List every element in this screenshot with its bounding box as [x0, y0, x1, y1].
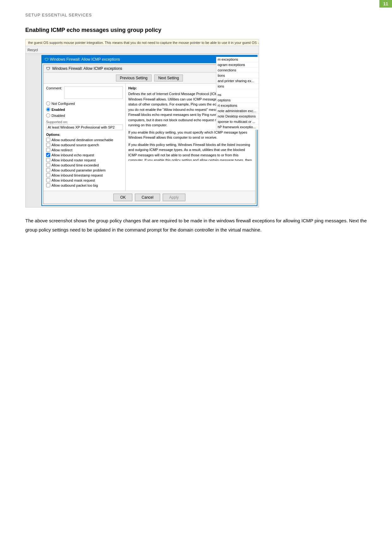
page-number: 11 [379, 0, 392, 8]
right-panel-item: note administration exc... [216, 108, 259, 114]
checkbox-outbound-source: Allow outbound source quench [46, 143, 123, 147]
outer-dialog-title: Windows Firewall: Allow ICMP exceptions [50, 57, 120, 62]
cb-inbound-mask[interactable] [46, 178, 50, 182]
checkbox-outbound-param: Allow outbound parameter problem [46, 168, 123, 172]
checkbox-outbound-packet: Allow outbound packet too big [46, 183, 123, 187]
cb-inbound-router-label: Allow inbound router request [51, 158, 96, 162]
radio-disabled-label: Disabled [51, 114, 65, 117]
checkbox-redirect: Allow redirect [46, 148, 123, 152]
right-panel-item: rt exceptions [216, 103, 259, 108]
apply-button[interactable]: Apply [163, 194, 185, 201]
checkbox-inbound-mask: Allow inbound mask request [46, 178, 123, 182]
help-para-3: If you disable this policy setting, Wind… [128, 142, 253, 161]
dialog-footer: OK Cancel Apply [44, 191, 255, 204]
radio-group: Not Configured Enabled Disabled [46, 101, 123, 117]
comment-label: Comment: [46, 86, 62, 90]
right-panel-item: hP framework exceptio... [216, 124, 259, 130]
cb-inbound-timestamp[interactable] [46, 173, 50, 177]
cb-outbound-destination-label: Allow outbound destination unreachable [51, 138, 113, 142]
right-panel-item: m exceptions [216, 57, 259, 62]
taskbar-row: Recycl [26, 46, 259, 54]
inner-dialog-icon: 🛡 [46, 66, 50, 71]
right-panel-item: ogram exceptions [216, 62, 259, 68]
radio-not-configured-input[interactable] [46, 101, 50, 105]
cb-outbound-param-label: Allow outbound parameter problem [51, 168, 106, 172]
cb-inbound-router[interactable] [46, 158, 50, 162]
cb-redirect[interactable] [46, 148, 50, 152]
right-panel-item: and printer sharing ex... [216, 78, 259, 84]
cb-outbound-packet[interactable] [46, 183, 50, 187]
cb-outbound-source-label: Allow outbound source quench [51, 143, 99, 147]
supported-on-row: Supported on: At least Windows XP Profes… [46, 120, 123, 130]
right-panel-item: note Desktop exceptions [216, 114, 259, 119]
notification-bar: the guest OS supports mouse pointer inte… [26, 39, 259, 46]
checkbox-inbound-timestamp: Allow inbound timestamp request [46, 173, 123, 177]
cb-inbound-mask-label: Allow inbound mask request [51, 178, 95, 182]
screenshot-container: the guest OS supports mouse pointer inte… [25, 39, 259, 208]
cb-outbound-time[interactable] [46, 163, 50, 167]
ok-button[interactable]: OK [113, 194, 132, 201]
radio-not-configured: Not Configured [46, 101, 123, 105]
options-list: Allow outbound destination unreachable A… [46, 138, 123, 187]
supported-value: At least Windows XP Professional with SP… [46, 124, 123, 130]
radio-not-configured-label: Not Configured [51, 102, 75, 105]
checkbox-inbound-echo: Allow inbound echo request [46, 153, 123, 157]
inner-dialog-title: Windows Firewall: Allow ICMP exceptions [52, 66, 122, 71]
right-panel-item: ceptions [216, 98, 259, 103]
radio-disabled-input[interactable] [46, 113, 50, 117]
body-paragraph: The above screenshot shows the group pol… [25, 216, 367, 234]
cb-outbound-param[interactable] [46, 168, 50, 172]
cb-inbound-timestamp-label: Allow inbound timestamp request [51, 173, 103, 177]
supported-label: Supported on: [46, 120, 123, 124]
radio-enabled-input[interactable] [46, 107, 50, 111]
cb-redirect-label: Allow redirect [51, 148, 72, 152]
radio-disabled: Disabled [46, 113, 123, 117]
cb-outbound-packet-label: Allow outbound packet too big [51, 184, 98, 187]
cancel-button[interactable]: Cancel [135, 194, 160, 201]
next-setting-button[interactable]: Next Setting [154, 75, 183, 81]
radio-enabled: Enabled [46, 107, 123, 111]
checkbox-outbound-destination: Allow outbound destination unreachable [46, 138, 123, 142]
right-panel-item: connections [216, 68, 259, 73]
radio-enabled-label: Enabled [51, 108, 65, 111]
previous-setting-button[interactable]: Previous Setting [116, 75, 152, 81]
help-para-2: If you enable this policy setting, you m… [128, 130, 253, 140]
cb-outbound-source[interactable] [46, 143, 50, 147]
right-panel-item: tions [216, 73, 259, 78]
comment-box[interactable] [64, 86, 123, 99]
checkbox-outbound-time: Allow outbound time exceeded [46, 163, 123, 167]
right-panel-item: ions [216, 84, 259, 89]
recycle-bin-label: Recycl [27, 48, 38, 52]
right-sidebar-panel: m exceptions ogram exceptions connection… [216, 57, 259, 130]
cb-outbound-destination[interactable] [46, 138, 50, 142]
right-panel-item: ns [216, 92, 259, 98]
cb-inbound-echo-label: Allow inbound echo request [51, 153, 94, 157]
document-header: SETUP ESSENTIAL SERVICES [25, 13, 367, 17]
section-title: Enabling ICMP echo messages using group … [25, 27, 367, 33]
cb-inbound-echo[interactable] [46, 153, 50, 157]
cb-outbound-time-label: Allow outbound time exceeded [51, 163, 99, 167]
outer-dialog-icon: 🛡 [45, 57, 49, 62]
right-panel-item: sponse to multicast or ... [216, 119, 259, 124]
options-label: Options: [46, 133, 123, 136]
settings-left-panel: Comment: Not Configured Enabled [44, 84, 126, 191]
checkbox-inbound-router: Allow inbound router request [46, 158, 123, 162]
